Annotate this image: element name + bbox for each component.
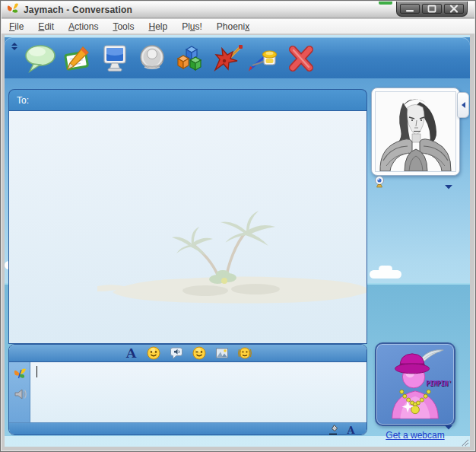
background-icon[interactable] — [214, 345, 230, 361]
resize-grip[interactable] — [459, 436, 469, 446]
input-mode-bar: A — [9, 423, 367, 435]
menu-bar: FileEditActionsToolsHelpPlus!Phoenix — [2, 19, 474, 34]
input-panel: A A — [8, 344, 367, 435]
chat-bubble-icon[interactable] — [23, 43, 57, 75]
format-toolbar: A — [9, 345, 367, 362]
computer-icon[interactable] — [97, 43, 132, 75]
status-message: PIMPIN' — [426, 380, 452, 387]
menu-item-edit[interactable]: Edit — [38, 21, 54, 32]
svg-text:A: A — [125, 346, 137, 360]
sound-icon[interactable] — [11, 386, 28, 403]
toolbar-collapse-icon[interactable] — [11, 40, 18, 49]
handwriting-icon[interactable] — [60, 43, 94, 75]
handwriting-mode-icon[interactable] — [328, 424, 340, 435]
nudge-icon[interactable] — [237, 345, 252, 361]
menu-item-plus[interactable]: Plus! — [182, 21, 202, 32]
to-field[interactable]: To: — [8, 89, 367, 110]
input-row — [9, 362, 367, 423]
toolbar-buttons — [5, 37, 470, 75]
to-label: To: — [17, 95, 29, 106]
emoticon-icon[interactable] — [146, 345, 161, 361]
get-webcam-link[interactable]: Get a webcam — [375, 430, 455, 441]
butterfly-icon[interactable] — [11, 365, 28, 382]
minimize-button[interactable] — [400, 4, 420, 14]
text-caret — [36, 366, 37, 377]
conversation-window: Jaymach - Conversation FileEditActionsTo… — [0, 0, 476, 452]
message-history[interactable] — [8, 110, 367, 344]
window-controls — [396, 2, 468, 17]
font-icon[interactable]: A — [123, 345, 138, 361]
guitar-icon[interactable] — [209, 43, 243, 75]
menu-item-file[interactable]: File — [9, 21, 24, 32]
webcam-status-icon[interactable] — [373, 175, 386, 188]
island-watermark — [97, 201, 367, 310]
cloud — [379, 266, 392, 272]
conversation-toolbar — [5, 37, 470, 78]
collapse-contact-panel-tab[interactable] — [457, 92, 469, 118]
audio-icon[interactable] — [135, 43, 169, 75]
message-panel: To: — [8, 89, 367, 344]
contact-avatar-image — [375, 91, 456, 172]
menu-item-actions[interactable]: Actions — [68, 21, 98, 32]
wink-icon[interactable] — [192, 345, 207, 361]
art-icon[interactable] — [246, 43, 281, 75]
menu-item-tools[interactable]: Tools — [113, 21, 134, 32]
self-display-picture[interactable]: PIMPIN' — [375, 342, 455, 426]
message-input[interactable] — [30, 362, 367, 422]
close-button[interactable] — [444, 4, 464, 14]
maximize-button[interactable] — [422, 4, 442, 14]
chevron-left-icon — [462, 102, 465, 108]
svg-text:A: A — [347, 424, 356, 435]
block-icon[interactable] — [284, 43, 318, 75]
contact-display-picture[interactable] — [371, 88, 460, 176]
contact-options-dropdown-icon[interactable] — [444, 179, 453, 184]
input-side-tabs — [9, 362, 30, 422]
voice-clip-icon[interactable] — [169, 345, 184, 361]
text-mode-icon[interactable]: A — [345, 424, 357, 435]
self-options-dropdown-icon[interactable] — [444, 419, 453, 425]
menu-item-phoenix[interactable]: Phoenix — [217, 21, 249, 32]
content-area: To: — [5, 35, 470, 447]
skin-accent-tab — [379, 2, 392, 5]
menu-item-help[interactable]: Help — [148, 21, 167, 32]
window-title: Jaymach - Conversation — [24, 5, 132, 15]
games-icon[interactable] — [172, 43, 206, 75]
msn-butterfly-icon — [6, 2, 19, 17]
